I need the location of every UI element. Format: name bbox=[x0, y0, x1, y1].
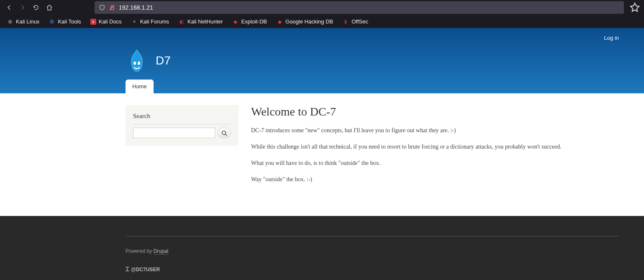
bookmark-label: OffSec bbox=[352, 18, 368, 25]
main-tabs: Home bbox=[126, 80, 154, 93]
login-link[interactable]: Log in bbox=[604, 35, 619, 41]
reload-button[interactable] bbox=[30, 2, 42, 13]
tools-icon: ❂ bbox=[49, 18, 55, 25]
nethunter-icon: ◐ bbox=[178, 18, 185, 25]
url-bar[interactable]: 192.168.1.21 bbox=[95, 1, 624, 14]
drupal-logo-icon[interactable] bbox=[126, 48, 148, 73]
article-paragraph: Way "outside" the box. :-) bbox=[251, 175, 619, 184]
article-content: Welcome to DC-7 DC-7 introduces some "ne… bbox=[251, 105, 644, 216]
text-cursor-icon: Ꮖ bbox=[126, 266, 129, 273]
lock-insecure-icon bbox=[109, 4, 115, 11]
search-input[interactable] bbox=[133, 128, 215, 138]
footer-powered-by: Powered by Drupal bbox=[126, 248, 619, 254]
site-name[interactable]: D7 bbox=[156, 54, 171, 67]
search-block: Search bbox=[126, 105, 239, 146]
article-paragraph: While this challenge isn't all that tech… bbox=[251, 142, 619, 151]
article-paragraph: What you will have to do, is to think "o… bbox=[251, 159, 619, 167]
bookmark-label: Kali Linux bbox=[16, 18, 39, 25]
main-content-area: Search Welcome to DC-7 DC-7 introduces s… bbox=[0, 93, 644, 216]
article-paragraph: DC-7 introduces some "new" concepts, but… bbox=[251, 126, 619, 135]
bookmark-star-button[interactable] bbox=[629, 2, 641, 13]
bookmarks-bar: ⬢ Kali Linux ❂ Kali Tools s Kali Docs ✦ … bbox=[0, 15, 644, 28]
bookmark-label: Kali Docs bbox=[99, 18, 122, 25]
bookmark-kali-linux[interactable]: ⬢ Kali Linux bbox=[3, 17, 43, 27]
search-icon bbox=[221, 130, 227, 136]
bookmark-kali-forums[interactable]: ✦ Kali Forums bbox=[128, 17, 172, 27]
bookmark-kali-docs[interactable]: s Kali Docs bbox=[87, 17, 125, 26]
bookmark-google-hacking-db[interactable]: ◆ Google Hacking DB bbox=[273, 17, 336, 27]
forums-icon: ✦ bbox=[131, 18, 138, 25]
shield-icon bbox=[99, 4, 105, 11]
svg-point-4 bbox=[222, 131, 226, 134]
footer-user-handle: @DC7USER bbox=[131, 267, 160, 272]
svg-point-3 bbox=[138, 62, 140, 65]
page-header: Log in D7 Home bbox=[0, 28, 644, 93]
drupal-link[interactable]: Drupal bbox=[154, 248, 168, 254]
kali-icon: ⬢ bbox=[7, 18, 13, 25]
bookmark-exploit-db[interactable]: ◆ Exploit-DB bbox=[229, 17, 270, 27]
footer-user: Ꮖ@DC7USER bbox=[126, 266, 619, 273]
docs-icon: s bbox=[90, 19, 96, 25]
site-branding: D7 bbox=[126, 48, 171, 73]
ghdb-icon: ◆ bbox=[276, 18, 283, 25]
bookmark-label: Kali Forums bbox=[140, 18, 169, 25]
bookmark-label: Google Hacking DB bbox=[285, 18, 333, 25]
browser-toolbar: 192.168.1.21 bbox=[0, 0, 644, 15]
page-title: Welcome to DC-7 bbox=[251, 105, 619, 118]
bookmark-label: Kali Tools bbox=[58, 18, 81, 25]
svg-line-5 bbox=[226, 134, 227, 136]
bookmark-label: Exploit-DB bbox=[241, 18, 267, 25]
forward-button[interactable] bbox=[17, 2, 28, 13]
bookmark-label: Kali NetHunter bbox=[187, 18, 223, 25]
sidebar: Search bbox=[126, 105, 239, 216]
tab-home[interactable]: Home bbox=[126, 80, 154, 93]
search-submit-button[interactable] bbox=[218, 128, 231, 138]
bookmark-kali-nethunter[interactable]: ◐ Kali NetHunter bbox=[175, 17, 226, 27]
url-text: 192.168.1.21 bbox=[119, 4, 153, 11]
user-menu: Log in bbox=[604, 34, 619, 41]
home-button[interactable] bbox=[44, 2, 55, 13]
search-heading: Search bbox=[133, 113, 231, 124]
footer: Powered by Drupal Ꮖ@DC7USER bbox=[0, 216, 644, 280]
bookmark-offsec[interactable]: ᚕ OffSec bbox=[339, 17, 372, 27]
offsec-icon: ᚕ bbox=[342, 18, 349, 25]
bookmark-kali-tools[interactable]: ❂ Kali Tools bbox=[45, 17, 84, 27]
svg-point-2 bbox=[133, 62, 136, 65]
powered-by-text: Powered by bbox=[126, 248, 154, 254]
search-form bbox=[133, 128, 231, 138]
footer-inner: Powered by Drupal Ꮖ@DC7USER bbox=[126, 236, 619, 273]
back-button[interactable] bbox=[3, 2, 15, 13]
exploitdb-icon: ◆ bbox=[232, 18, 239, 25]
